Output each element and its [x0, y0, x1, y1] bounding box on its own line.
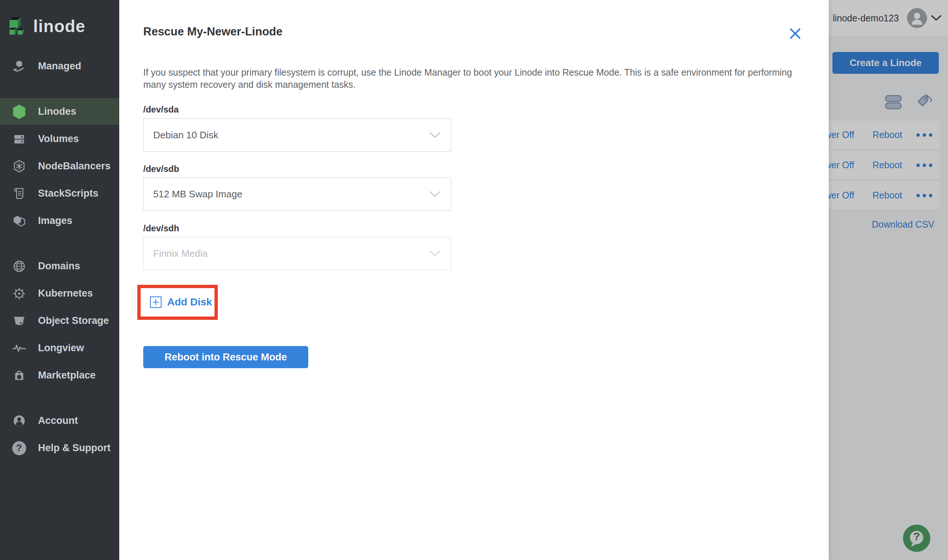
- sidebar-item-label: StackScripts: [38, 188, 99, 199]
- sidebar-item-label: Marketplace: [38, 370, 96, 381]
- sidebar-item-label: Domains: [38, 260, 80, 272]
- sidebar-nav: linode Managed Linodes: [0, 0, 119, 560]
- account-icon: [0, 414, 38, 428]
- sidebar-item-linodes[interactable]: Linodes: [0, 98, 119, 125]
- nodebalancers-icon: [0, 159, 38, 174]
- object-storage-icon: [0, 314, 38, 328]
- device-sda-select[interactable]: Debian 10 Disk: [143, 118, 451, 152]
- kubernetes-icon: [0, 286, 38, 301]
- sidebar-item-label: Volumes: [38, 133, 79, 145]
- sidebar-item-marketplace[interactable]: Marketplace: [0, 362, 119, 389]
- linode-logo[interactable]: linode: [0, 0, 119, 52]
- sidebar-item-label: Object Storage: [38, 315, 109, 326]
- device-sdb-select[interactable]: 512 MB Swap Image: [143, 177, 451, 211]
- sidebar-item-volumes[interactable]: Volumes: [0, 125, 119, 152]
- sidebar-item-kubernetes[interactable]: Kubernetes: [0, 280, 119, 307]
- sidebar-item-nodebalancers[interactable]: NodeBalancers: [0, 152, 119, 180]
- add-disk-button[interactable]: Add Disk: [143, 290, 212, 314]
- linode-logo-icon: [7, 15, 28, 37]
- chevron-down-icon: [429, 132, 441, 139]
- add-disk-label: Add Disk: [167, 296, 212, 308]
- domains-icon: [0, 259, 38, 274]
- stackscripts-icon: [0, 186, 38, 201]
- plus-square-icon: [150, 296, 162, 308]
- question-mark-glyph: ?: [16, 442, 22, 454]
- sidebar-item-label: NodeBalancers: [38, 160, 111, 172]
- sidebar-item-label: Linodes: [38, 106, 76, 117]
- sidebar-item-account[interactable]: Account: [0, 407, 119, 434]
- chevron-down-icon: [429, 191, 441, 198]
- sidebar-item-longview[interactable]: Longview: [0, 334, 119, 362]
- sidebar-item-label: Help & Support: [38, 442, 111, 454]
- managed-icon: [0, 59, 38, 74]
- drawer-description: If you suspect that your primary filesys…: [143, 66, 802, 91]
- sidebar-item-label: Longview: [38, 342, 84, 354]
- rescue-drawer: Rescue My-Newer-Linode If you suspect th…: [119, 0, 829, 560]
- device-sdh-label: /dev/sdh: [143, 223, 179, 234]
- sidebar-item-label: Account: [38, 415, 78, 426]
- drawer-title: Rescue My-Newer-Linode: [143, 25, 282, 38]
- images-icon: [0, 214, 38, 228]
- volumes-icon: [0, 132, 38, 146]
- sidebar-item-label: Kubernetes: [38, 288, 93, 299]
- sidebar-item-stackscripts[interactable]: StackScripts: [0, 180, 119, 207]
- sidebar-item-managed[interactable]: Managed: [0, 52, 119, 80]
- chevron-down-icon: [429, 251, 441, 257]
- device-sdb-label: /dev/sdb: [143, 164, 179, 174]
- device-sdb-value: 512 MB Swap Image: [153, 178, 242, 210]
- sidebar-item-images[interactable]: Images: [0, 207, 119, 235]
- marketplace-icon: [0, 368, 38, 383]
- sidebar-item-object-storage[interactable]: Object Storage: [0, 307, 119, 334]
- sidebar-item-label: Images: [38, 215, 72, 226]
- linode-hexagon-icon: [0, 104, 38, 120]
- linode-cloud-manager: linode-demo123 Create a Linode: [0, 0, 948, 560]
- device-sdh-value: Finnix Media: [153, 237, 208, 270]
- longview-icon: [0, 341, 38, 355]
- device-sdh-select: Finnix Media: [143, 237, 451, 270]
- sidebar-item-help-support[interactable]: ? Help & Support: [0, 434, 119, 462]
- reboot-into-rescue-mode-button[interactable]: Reboot into Rescue Mode: [143, 346, 308, 368]
- device-sda-value: Debian 10 Disk: [153, 119, 218, 151]
- sidebar-item-label: Managed: [38, 60, 81, 72]
- help-icon: ?: [0, 441, 38, 455]
- sidebar-item-domains[interactable]: Domains: [0, 252, 119, 280]
- device-sda-label: /dev/sda: [143, 105, 179, 115]
- close-icon[interactable]: [788, 26, 803, 41]
- linode-logo-text: linode: [33, 16, 85, 36]
